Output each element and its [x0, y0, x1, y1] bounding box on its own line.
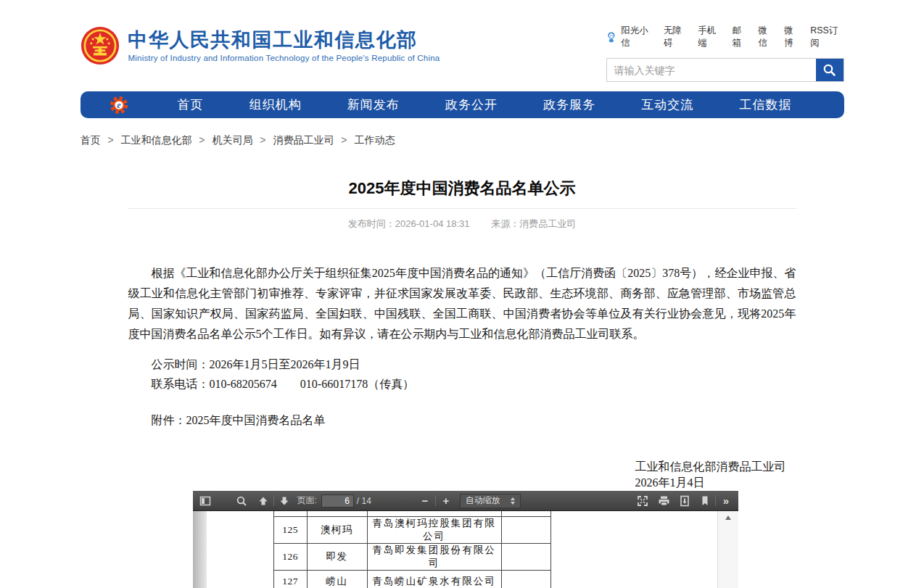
sidebar-toggle-icon	[199, 495, 211, 507]
article-title: 2025年度中国消费名品名单公示	[128, 178, 796, 199]
table-row-partial	[273, 511, 550, 516]
signature-block: 工业和信息化部消费品工业司 2026年1月4日	[635, 459, 786, 491]
cell-note	[501, 516, 550, 543]
title-divider	[128, 208, 796, 209]
cell-note	[501, 570, 550, 588]
signature-department: 工业和信息化部消费品工业司	[635, 459, 786, 475]
table-row: 126 即发 青岛即发集团股份有限公司	[273, 543, 550, 570]
pdf-page: 125 澳柯玛 青岛澳柯玛控股集团有限公司 126 即发 青岛即发集团股份有限公…	[207, 511, 717, 588]
zoom-select-dropdown[interactable]: 自动缩放	[460, 494, 521, 508]
article-paragraph: 根据《工业和信息化部办公厅关于组织征集2025年度中国消费名品的通知》（工信厅消…	[128, 263, 796, 344]
pdf-toolbar: 页面: / 14 − + 自动缩放	[193, 491, 738, 511]
svg-text:e: e	[117, 100, 121, 110]
cell-company: 青岛澳柯玛控股集团有限公司	[367, 516, 501, 543]
article: 2025年度中国消费名品名单公示 发布时间：2026-01-04 18:31 来…	[81, 178, 844, 491]
breadcrumb-separator: >	[260, 134, 265, 146]
zoom-select-value: 自动缩放	[466, 494, 500, 507]
next-page-button[interactable]	[276, 493, 293, 509]
article-meta: 发布时间：2026-01-04 18:31 来源：消费品工业司	[128, 219, 796, 229]
table-row: 125 澳柯玛 青岛澳柯玛控股集团有限公司	[273, 516, 550, 543]
fullscreen-icon	[637, 495, 648, 507]
site-header: 中华人民共和国工业和信息化部 Ministry of Industry and …	[81, 0, 844, 70]
arrow-down-icon	[279, 495, 290, 507]
site-title: 中华人民共和国工业和信息化部	[128, 29, 440, 51]
table-row: 127 崂山 青岛崂山矿泉水有限公司	[273, 570, 550, 588]
breadcrumb-home[interactable]: 首页	[81, 134, 101, 146]
nav-item-interaction[interactable]: 互动交流	[641, 96, 693, 113]
presentation-mode-button[interactable]	[634, 493, 651, 509]
nav-item-organization[interactable]: 组织机构	[249, 96, 302, 113]
pdf-scrollbar[interactable]	[717, 511, 738, 588]
printer-icon	[658, 495, 670, 507]
print-button[interactable]	[656, 493, 673, 509]
quick-link-wechat[interactable]: 微信	[758, 25, 775, 49]
pdf-viewer: 页面: / 14 − + 自动缩放	[193, 491, 738, 588]
breadcrumb-separator: >	[341, 134, 347, 146]
nav-item-miit-data[interactable]: 工信数据	[739, 96, 791, 113]
contact-phone: 联系电话：010-68205674 010-66017178（传真）	[128, 374, 796, 394]
page-number-input[interactable]	[321, 494, 354, 508]
site-subtitle: Ministry of Industry and Information Tec…	[128, 54, 440, 62]
search-bar	[606, 58, 844, 82]
bookmark-button[interactable]	[696, 493, 714, 509]
attachment-line: 附件：2025年度中国消费名品名单	[128, 413, 796, 428]
scroll-up-icon[interactable]	[725, 515, 731, 520]
zoom-in-button[interactable]: +	[437, 493, 455, 509]
nav-item-home[interactable]: 首页	[178, 96, 204, 113]
breadcrumb-miit[interactable]: 工业和信息化部	[120, 134, 191, 146]
toolbar-separator	[273, 495, 274, 506]
cell-number: 126	[273, 543, 307, 570]
nav-item-news[interactable]: 新闻发布	[347, 96, 400, 113]
download-icon	[679, 495, 690, 507]
notice-period: 公示时间：2026年1月5日至2026年1月9日	[128, 355, 796, 374]
site-logo[interactable]: 中华人民共和国工业和信息化部 Ministry of Industry and …	[81, 22, 440, 70]
cell-number: 125	[273, 516, 307, 543]
toolbar-separator	[435, 495, 436, 506]
consumer-brands-table: 125 澳柯玛 青岛澳柯玛控股集团有限公司 126 即发 青岛即发集团股份有限公…	[273, 511, 551, 588]
cell-note	[501, 543, 550, 570]
breadcrumb-separator: >	[199, 134, 205, 146]
miit-gear-logo-icon: e	[108, 94, 130, 116]
download-button[interactable]	[676, 493, 693, 509]
quick-link-mailbox[interactable]: 邮箱	[733, 25, 749, 49]
zoom-out-button[interactable]: −	[416, 493, 434, 509]
breadcrumb-departments[interactable]: 机关司局	[212, 134, 252, 146]
cell-company: 青岛即发集团股份有限公司	[367, 543, 501, 570]
publish-time: 发布时间：2026-01-04 18:31	[348, 218, 470, 229]
breadcrumb-separator: >	[107, 134, 113, 146]
signature-date: 2026年1月4日	[635, 475, 786, 491]
search-button[interactable]	[816, 59, 843, 81]
sidebar-toggle-button[interactable]	[197, 493, 214, 509]
select-spinner-icon	[511, 497, 515, 505]
quick-link-yangguangxiaoxin[interactable]: 阳光小信	[621, 25, 654, 49]
page-label: 页面:	[297, 494, 317, 507]
arrow-up-icon	[257, 495, 269, 507]
nav-item-gov-services[interactable]: 政务服务	[543, 96, 595, 113]
quick-link-weibo[interactable]: 微博	[784, 25, 801, 49]
pdf-viewer-margin	[193, 511, 207, 588]
mascot-robot-icon	[606, 31, 616, 44]
pdf-content-area: 125 澳柯玛 青岛澳柯玛控股集团有限公司 126 即发 青岛即发集团股份有限公…	[193, 511, 738, 588]
toolbar-separator	[715, 495, 716, 506]
quick-link-accessibility[interactable]: 无障碍	[664, 25, 688, 49]
cell-brand: 即发	[307, 543, 367, 570]
cell-brand: 崂山	[307, 570, 367, 588]
cell-company: 青岛崂山矿泉水有限公司	[367, 570, 501, 588]
breadcrumb: 首页 > 工业和信息化部 > 机关司局 > 消费品工业司 > 工作动态	[81, 134, 844, 146]
search-input[interactable]	[607, 59, 816, 81]
search-icon	[822, 63, 836, 77]
page-total: / 14	[357, 496, 371, 506]
find-button[interactable]	[233, 493, 250, 509]
quick-link-mobile[interactable]: 手机端	[698, 25, 722, 49]
quick-link-rss[interactable]: RSS订阅	[810, 25, 843, 49]
more-tools-button[interactable]: »	[717, 493, 735, 509]
article-source: 来源：消费品工业司	[491, 218, 576, 229]
breadcrumb-consumer-goods-dept[interactable]: 消费品工业司	[273, 134, 334, 146]
previous-page-button[interactable]	[255, 493, 272, 509]
national-emblem-icon	[81, 26, 120, 65]
breadcrumb-work-updates[interactable]: 工作动态	[354, 134, 395, 146]
nav-item-gov-disclosure[interactable]: 政务公开	[445, 96, 498, 113]
cell-number: 127	[273, 570, 307, 588]
find-icon	[236, 495, 247, 507]
main-nav: e 首页 组织机构 新闻发布 政务公开 政务服务 互动交流 工信数据	[81, 91, 844, 118]
